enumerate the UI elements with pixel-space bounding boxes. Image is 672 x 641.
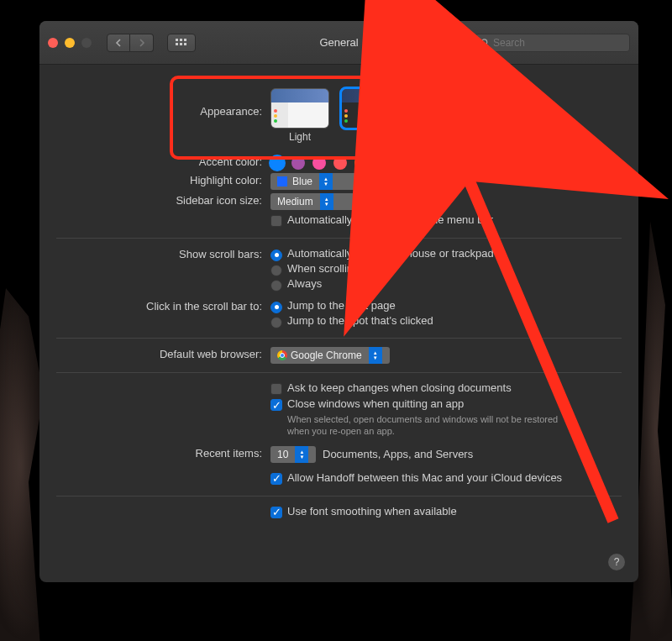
- highlight-swatch-icon: [277, 176, 287, 187]
- scrollbars-radio-2[interactable]: [270, 280, 282, 292]
- back-button[interactable]: [107, 34, 130, 52]
- handoff-label: Allow Handoff between this Mac and your …: [287, 471, 562, 484]
- show-all-button[interactable]: [167, 34, 196, 52]
- highlight-color-select[interactable]: Blue ▲▼: [270, 173, 380, 190]
- recent-suffix: Documents, Apps, and Servers: [323, 448, 473, 460]
- scrollbars-label-2: Always: [287, 277, 322, 290]
- default-browser-select[interactable]: Google Chrome ▲▼: [270, 347, 390, 364]
- accent-swatch-purple[interactable]: [291, 156, 305, 170]
- accent-label: Accent color:: [56, 155, 270, 170]
- menubar-autohide-row: Automatically hide and show the menu bar: [270, 213, 622, 226]
- stepper-icon: ▲▼: [320, 193, 333, 210]
- appearance-option-label: Auto: [412, 131, 470, 143]
- window-controls: [48, 38, 92, 48]
- scrollbars-radio-0[interactable]: [270, 250, 282, 261]
- scrollclick-radio-1[interactable]: [270, 317, 282, 328]
- appearance-thumb-dark: [341, 88, 400, 129]
- scrollbars-label-0: Automatically based on mouse or trackpad: [287, 247, 494, 260]
- appearance-option-dark[interactable]: Dark: [341, 88, 400, 143]
- recent-items-value: 10: [277, 449, 288, 460]
- scrollbars-radio-1[interactable]: [270, 265, 282, 276]
- separator: [56, 238, 622, 239]
- scrollbars-label: Show scroll bars:: [56, 247, 270, 292]
- scrollclick-group: Jump to the next pageJump to the spot th…: [270, 299, 622, 329]
- accent-swatch-green[interactable]: [396, 156, 410, 170]
- stepper-icon: ▲▼: [295, 446, 308, 463]
- appearance-thumb-auto: [412, 88, 470, 129]
- search-icon: [480, 38, 490, 48]
- appearance-option-label: Dark: [341, 131, 400, 143]
- menubar-autohide-checkbox[interactable]: [270, 215, 282, 227]
- recent-items-select[interactable]: 10 ▲▼: [270, 446, 316, 463]
- close-windows-label: Close windows when quitting an app: [287, 397, 464, 410]
- chrome-icon: [277, 350, 287, 360]
- chevron-left-icon: [115, 39, 122, 47]
- svg-rect-5: [184, 43, 186, 45]
- scrollclick-label: Click in the scroll bar to:: [56, 299, 270, 329]
- search-field[interactable]: [475, 34, 630, 52]
- chevron-right-icon: [139, 39, 145, 47]
- separator: [56, 372, 622, 373]
- search-input[interactable]: [493, 37, 624, 49]
- minimize-icon[interactable]: [65, 38, 75, 48]
- accent-swatch-red[interactable]: [333, 156, 347, 170]
- stepper-icon: ▲▼: [369, 347, 382, 364]
- ask-keep-changes-label: Ask to keep changes when closing documen…: [287, 381, 512, 394]
- browser-label: Default web browser:: [56, 347, 270, 364]
- font-smoothing-checkbox[interactable]: ✓: [270, 507, 282, 518]
- titlebar: General: [39, 21, 638, 65]
- accent-swatch-yellow[interactable]: [375, 156, 389, 170]
- recent-label: Recent items:: [56, 446, 270, 463]
- svg-rect-0: [176, 39, 178, 41]
- accent-swatch-graphite[interactable]: [417, 156, 431, 170]
- accent-swatch-orange[interactable]: [354, 156, 368, 170]
- close-windows-help: When selected, open documents and window…: [287, 413, 581, 438]
- scrollbars-group: Automatically based on mouse or trackpad…: [270, 247, 622, 292]
- scrollclick-label-0: Jump to the next page: [287, 299, 396, 312]
- accent-swatches: [270, 155, 622, 170]
- browser-value: Google Chrome: [291, 349, 362, 361]
- ask-keep-changes-checkbox[interactable]: [270, 383, 282, 395]
- accent-swatch-pink[interactable]: [312, 156, 326, 170]
- sidebar-size-select[interactable]: Medium ▲▼: [270, 193, 380, 210]
- sidebar-size-value: Medium: [277, 196, 313, 208]
- separator: [56, 338, 622, 339]
- menubar-autohide-label: Automatically hide and show the menu bar: [287, 213, 493, 226]
- scrollclick-radio-0[interactable]: [270, 302, 282, 313]
- help-button[interactable]: ?: [608, 554, 625, 570]
- separator: [56, 496, 622, 497]
- appearance-label: Appearance:: [56, 88, 270, 143]
- handoff-checkbox[interactable]: ✓: [270, 473, 282, 485]
- appearance-options: Light Dark: [270, 88, 622, 143]
- preferences-pane: Appearance:: [39, 65, 638, 533]
- svg-line-7: [486, 44, 489, 46]
- appearance-option-label: Light: [270, 131, 329, 143]
- forward-button[interactable]: [130, 34, 154, 52]
- nav-buttons: [107, 34, 154, 52]
- svg-rect-1: [180, 39, 182, 41]
- close-windows-checkbox[interactable]: ✓: [270, 399, 282, 411]
- appearance-option-auto[interactable]: Auto: [412, 88, 470, 143]
- svg-rect-4: [180, 43, 182, 45]
- accent-swatch-blue[interactable]: [270, 156, 284, 170]
- preferences-window: General Appearance:: [39, 21, 638, 582]
- stepper-icon: ▲▼: [319, 173, 333, 190]
- svg-rect-3: [176, 43, 178, 45]
- grid-icon: [176, 39, 187, 47]
- font-smoothing-label: Use font smoothing when available: [287, 505, 457, 518]
- svg-rect-2: [184, 39, 186, 41]
- appearance-thumb-light: [270, 88, 329, 129]
- sidebar-size-label: Sidebar icon size:: [56, 193, 270, 210]
- appearance-option-light[interactable]: Light: [270, 88, 329, 143]
- scrollbars-label-1: When scrolling: [287, 262, 359, 275]
- scrollclick-label-1: Jump to the spot that's clicked: [287, 314, 433, 327]
- highlight-label: Highlight color:: [56, 173, 270, 190]
- zoom-icon[interactable]: [81, 38, 92, 48]
- svg-point-6: [481, 39, 486, 44]
- highlight-value: Blue: [292, 176, 312, 187]
- close-icon[interactable]: [48, 38, 58, 48]
